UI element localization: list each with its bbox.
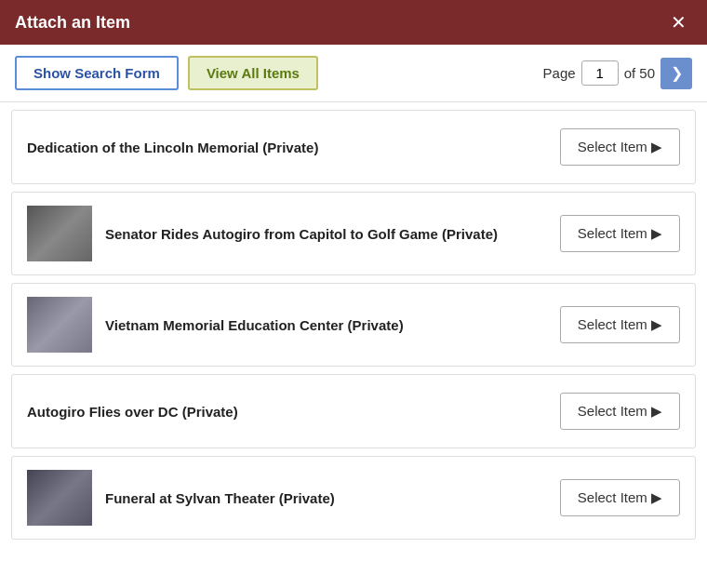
item-title: Dedication of the Lincoln Memorial (Priv… (27, 138, 545, 157)
select-item-button[interactable]: Select Item ▶ (560, 215, 680, 252)
select-item-button[interactable]: Select Item ▶ (560, 479, 680, 516)
item-thumbnail (27, 297, 92, 353)
chevron-right-icon: ❯ (671, 64, 683, 82)
page-total: of 50 (624, 65, 655, 81)
toolbar: Show Search Form View All Items Page of … (0, 45, 707, 102)
show-search-form-button[interactable]: Show Search Form (15, 56, 179, 90)
list-item: Autogiro Flies over DC (Private)Select I… (11, 374, 696, 448)
item-title: Funeral at Sylvan Theater (Private) (105, 488, 545, 508)
select-item-button[interactable]: Select Item ▶ (560, 306, 680, 343)
page-input[interactable] (581, 60, 619, 86)
item-title: Senator Rides Autogiro from Capitol to G… (105, 224, 545, 244)
item-title: Autogiro Flies over DC (Private) (27, 402, 545, 421)
list-item: Dedication of the Lincoln Memorial (Priv… (11, 110, 696, 184)
select-item-button[interactable]: Select Item ▶ (560, 393, 680, 430)
item-thumbnail (27, 470, 92, 526)
view-all-items-button[interactable]: View All Items (188, 56, 318, 90)
modal-title: Attach an Item (15, 13, 130, 33)
next-page-button[interactable]: ❯ (660, 58, 692, 89)
list-item: Vietnam Memorial Education Center (Priva… (11, 283, 696, 367)
list-item: Funeral at Sylvan Theater (Private)Selec… (11, 456, 696, 540)
attach-item-modal: Attach an Item ✕ Show Search Form View A… (0, 0, 707, 588)
modal-header: Attach an Item ✕ (0, 0, 707, 45)
items-list: Dedication of the Lincoln Memorial (Priv… (0, 102, 707, 588)
item-title: Vietnam Memorial Education Center (Priva… (105, 315, 545, 335)
page-label: Page (543, 65, 576, 81)
close-button[interactable]: ✕ (665, 11, 692, 33)
select-item-button[interactable]: Select Item ▶ (560, 128, 680, 166)
pagination: Page of 50 ❯ (543, 58, 692, 89)
list-item: Senator Rides Autogiro from Capitol to G… (11, 192, 696, 275)
item-thumbnail (27, 206, 92, 261)
